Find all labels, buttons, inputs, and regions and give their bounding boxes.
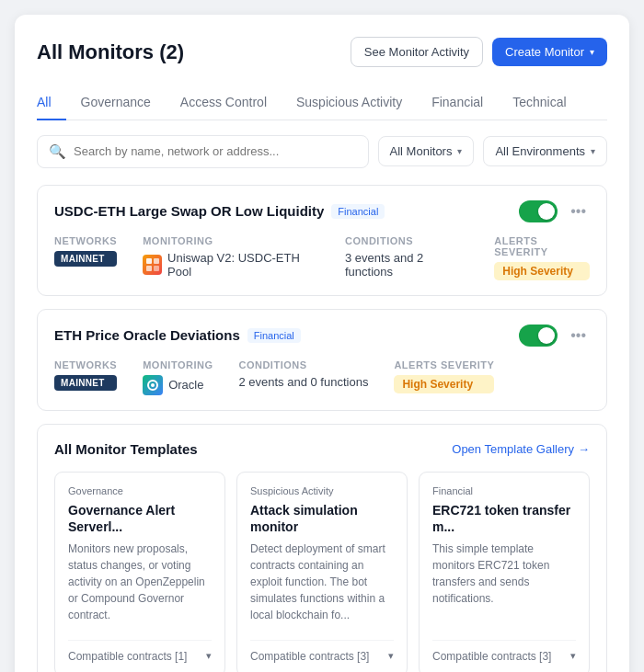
monitor-2-toggle[interactable] [519, 325, 558, 347]
monitors-filter-chevron-icon: ▾ [457, 146, 462, 156]
template-3-compatible[interactable]: Compatible contracts [3] ▾ [432, 640, 576, 663]
monitor-2-conditions-group: Conditions 2 events and 0 functions [238, 359, 368, 389]
monitor-2-monitoring-label: Monitoring [143, 359, 213, 370]
template-3-description: This simple template monitors ERC721 tok… [432, 541, 576, 623]
tab-governance[interactable]: Governance [66, 85, 166, 120]
monitor-2-title: ETH Price Oracle Deviations [54, 327, 240, 343]
templates-section: All Monitor Templates Open Template Gall… [37, 424, 607, 673]
monitor-1-severity-badge: High Severity [494, 262, 590, 280]
monitor-card-2-header: ETH Price Oracle Deviations Financial ••… [54, 325, 590, 347]
main-container: All Monitors (2) See Monitor Activity Cr… [15, 15, 629, 672]
monitor-1-networks-label: Networks [54, 235, 117, 246]
page-header: All Monitors (2) See Monitor Activity Cr… [37, 37, 607, 67]
monitor-2-networks-group: Networks MAINNET [54, 359, 117, 391]
template-2-name: Attack simulation monitor [250, 502, 394, 535]
monitor-2-monitoring-group: Monitoring Oracle [143, 359, 213, 395]
open-gallery-link[interactable]: Open Template Gallery → [452, 442, 590, 456]
monitor-2-title-row: ETH Price Oracle Deviations Financial [54, 327, 301, 343]
template-3-expand-icon: ▾ [570, 650, 576, 662]
tab-all[interactable]: All [37, 85, 66, 120]
tab-technical[interactable]: Technical [498, 85, 581, 120]
monitor-2-severity-label: Alerts Severity [394, 359, 494, 370]
template-1-description: Monitors new proposals, status changes, … [68, 541, 212, 623]
template-1-compatible[interactable]: Compatible contracts [1] ▾ [68, 640, 212, 663]
monitor-1-network-badge: MAINNET [54, 251, 117, 267]
monitor-1-conditions-value: 3 events and 2 functions [345, 251, 468, 279]
header-actions: See Monitor Activity Create Monitor ▾ [351, 37, 607, 67]
monitor-1-title: USDC-ETH Large Swap OR Low Liquidity [54, 203, 324, 219]
tab-bar: All Governance Access Control Suspicious… [37, 85, 607, 120]
monitor-2-monitoring-pill: Oracle [143, 375, 213, 395]
see-monitor-button[interactable]: See Monitor Activity [351, 37, 483, 67]
tab-access-control[interactable]: Access Control [166, 85, 282, 120]
template-1-name: Governance Alert Serverl... [68, 502, 212, 535]
template-card-3: Financial ERC721 token transfer m... Thi… [419, 472, 590, 673]
create-monitor-chevron-icon: ▾ [590, 47, 594, 57]
monitor-card-2: ETH Price Oracle Deviations Financial ••… [37, 309, 607, 411]
template-3-name: ERC721 token transfer m... [432, 502, 576, 535]
monitor-2-details: Networks MAINNET Monitoring Oracle Condi… [54, 359, 590, 395]
monitor-1-more-button[interactable]: ••• [567, 201, 590, 222]
monitor-2-controls: ••• [519, 325, 590, 347]
monitor-1-conditions-group: Conditions 3 events and 2 functions [345, 235, 468, 279]
template-card-2: Suspicious Activity Attack simulation mo… [236, 472, 408, 673]
create-monitor-button[interactable]: Create Monitor ▾ [492, 38, 607, 66]
monitor-2-protocol-icon [143, 375, 163, 395]
templates-title: All Monitor Templates [54, 441, 198, 457]
monitor-1-controls: ••• [519, 200, 590, 222]
monitor-2-networks-label: Networks [54, 359, 117, 370]
monitor-2-conditions-value: 2 events and 0 functions [238, 375, 368, 389]
monitor-1-conditions-label: Conditions [345, 235, 468, 246]
search-icon: 🔍 [49, 143, 66, 160]
monitor-1-severity-label: Alerts Severity [494, 235, 590, 257]
monitor-2-network-badge: MAINNET [54, 375, 117, 391]
monitor-1-protocol-icon [143, 255, 162, 275]
svg-rect-1 [154, 258, 159, 264]
template-2-compatible[interactable]: Compatible contracts [3] ▾ [250, 640, 394, 663]
page-title: All Monitors (2) [37, 40, 184, 64]
monitor-2-severity-group: Alerts Severity High Severity [394, 359, 494, 393]
tab-suspicious-activity[interactable]: Suspicious Activity [282, 85, 417, 120]
template-2-expand-icon: ▾ [388, 650, 394, 662]
search-row: 🔍 All Monitors ▾ All Environments ▾ [37, 135, 607, 168]
monitor-1-monitoring-group: Monitoring Uniswap V2: USDC-ETH Pool [143, 235, 319, 279]
monitor-1-details: Networks MAINNET Monitoring Uniswap V2: … [54, 235, 590, 280]
svg-rect-3 [154, 266, 159, 271]
svg-point-5 [151, 383, 155, 387]
svg-rect-2 [146, 266, 152, 271]
monitor-2-conditions-label: Conditions [238, 359, 368, 370]
search-input[interactable] [74, 144, 357, 158]
template-1-category: Governance [68, 485, 212, 496]
environments-filter-chevron-icon: ▾ [591, 146, 595, 156]
monitor-1-toggle[interactable] [519, 200, 558, 222]
template-card-1: Governance Governance Alert Serverl... M… [54, 472, 225, 673]
monitor-1-networks-group: Networks MAINNET [54, 235, 117, 267]
monitor-2-badge: Financial [247, 328, 301, 343]
monitor-card-1-header: USDC-ETH Large Swap OR Low Liquidity Fin… [54, 200, 590, 222]
monitor-1-badge: Financial [331, 204, 385, 219]
monitor-1-monitoring-pill: Uniswap V2: USDC-ETH Pool [143, 251, 319, 279]
template-2-category: Suspicious Activity [250, 485, 394, 496]
templates-header: All Monitor Templates Open Template Gall… [54, 441, 590, 457]
template-2-description: Detect deployment of smart contracts con… [250, 541, 394, 623]
monitor-1-severity-group: Alerts Severity High Severity [494, 235, 590, 280]
environments-filter-dropdown[interactable]: All Environments ▾ [483, 136, 607, 166]
monitor-2-severity-badge: High Severity [394, 375, 494, 393]
template-1-expand-icon: ▾ [206, 650, 212, 662]
monitor-1-title-row: USDC-ETH Large Swap OR Low Liquidity Fin… [54, 203, 385, 219]
monitor-1-monitoring-label: Monitoring [143, 235, 319, 246]
template-3-category: Financial [432, 485, 576, 496]
templates-grid: Governance Governance Alert Serverl... M… [54, 472, 590, 673]
svg-rect-0 [146, 258, 152, 264]
monitors-filter-dropdown[interactable]: All Monitors ▾ [378, 136, 475, 166]
monitor-2-more-button[interactable]: ••• [567, 325, 590, 346]
gallery-arrow-icon: → [578, 442, 590, 456]
search-wrap: 🔍 [37, 135, 369, 168]
monitor-card-1: USDC-ETH Large Swap OR Low Liquidity Fin… [37, 185, 607, 296]
tab-financial[interactable]: Financial [417, 85, 498, 120]
